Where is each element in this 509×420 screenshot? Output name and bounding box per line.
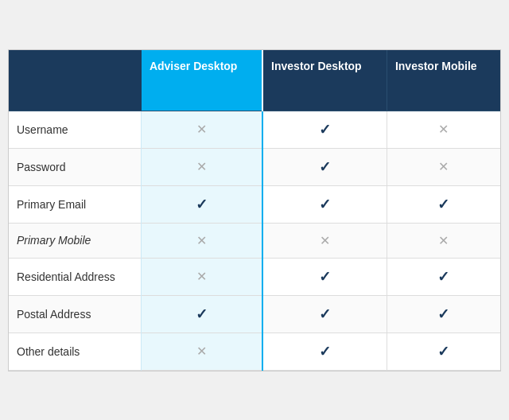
investor-mobile-cell: ✓	[387, 295, 500, 332]
comparison-table: Adviser Desktop Investor Desktop Investo…	[9, 50, 500, 371]
field-label: Username	[9, 111, 142, 148]
check-icon: ✓	[196, 306, 208, 322]
cross-icon: ✕	[438, 234, 449, 247]
table-row: Username✕✓✕	[9, 111, 500, 148]
check-icon: ✓	[437, 344, 449, 360]
cross-icon: ✕	[438, 160, 449, 173]
check-icon: ✓	[437, 269, 449, 285]
field-label: Residential Address	[9, 258, 142, 295]
check-icon: ✓	[319, 196, 331, 212]
field-label: Other details	[9, 332, 142, 370]
investor-desktop-cell: ✓	[262, 258, 387, 295]
cross-icon: ✕	[196, 122, 207, 136]
investor-mobile-cell: ✓	[387, 185, 500, 223]
check-icon: ✓	[319, 269, 331, 285]
field-label: Password	[9, 148, 142, 185]
investor-desktop-cell: ✓	[262, 148, 387, 185]
adviser-cell: ✓	[142, 295, 262, 332]
check-icon: ✓	[319, 122, 331, 138]
table-row: Residential Address✕✓✓	[9, 258, 500, 295]
subheader-investor-desktop-cell	[262, 82, 387, 111]
cross-icon: ✕	[196, 344, 207, 358]
field-label: Postal Address	[9, 295, 142, 332]
header-field-empty	[9, 50, 142, 82]
table-row: Primary Mobile✕✕✕	[9, 223, 500, 258]
cross-icon: ✕	[196, 270, 207, 283]
investor-desktop-cell: ✓	[262, 295, 387, 332]
table-row: Password✕✓✕	[9, 148, 500, 185]
investor-mobile-cell: ✕	[387, 148, 500, 185]
check-icon: ✓	[319, 159, 331, 175]
check-icon: ✓	[319, 344, 331, 360]
investor-desktop-cell: ✓	[262, 332, 387, 370]
comparison-table-wrapper: Adviser Desktop Investor Desktop Investo…	[8, 49, 501, 371]
check-icon: ✓	[437, 306, 449, 322]
investor-mobile-cell: ✕	[387, 111, 500, 148]
adviser-cell: ✕	[142, 111, 262, 148]
subheader-row: Field	[9, 82, 500, 111]
investor-desktop-cell: ✕	[262, 223, 387, 258]
subheader-field-label: Field	[9, 82, 142, 111]
cross-icon: ✕	[438, 122, 449, 136]
check-icon: ✓	[196, 196, 208, 212]
subheader-adviser-cell	[142, 82, 262, 111]
investor-desktop-cell: ✓	[262, 111, 387, 148]
header-adviser-desktop: Adviser Desktop	[142, 50, 262, 82]
table-row: Other details✕✓✓	[9, 332, 500, 370]
field-label: Primary Mobile	[9, 223, 142, 258]
header-row: Adviser Desktop Investor Desktop Investo…	[9, 50, 500, 82]
adviser-cell: ✕	[142, 148, 262, 185]
check-icon: ✓	[437, 196, 449, 212]
investor-mobile-cell: ✕	[387, 223, 500, 258]
cross-icon: ✕	[196, 160, 207, 173]
adviser-cell: ✕	[142, 258, 262, 295]
cross-icon: ✕	[320, 234, 330, 247]
investor-mobile-cell: ✓	[387, 332, 500, 370]
field-label: Primary Email	[9, 185, 142, 223]
header-investor-desktop: Investor Desktop	[262, 50, 387, 82]
table-body: Username✕✓✕Password✕✓✕Primary Email✓✓✓Pr…	[9, 111, 500, 370]
subheader-investor-mobile-cell	[387, 82, 500, 111]
check-icon: ✓	[319, 306, 331, 322]
header-investor-mobile: Investor Mobile	[387, 50, 500, 82]
adviser-cell: ✕	[142, 223, 262, 258]
table-row: Primary Email✓✓✓	[9, 185, 500, 223]
investor-desktop-cell: ✓	[262, 185, 387, 223]
adviser-cell: ✕	[142, 332, 262, 370]
cross-icon: ✕	[196, 234, 207, 247]
adviser-cell: ✓	[142, 185, 262, 223]
table-row: Postal Address✓✓✓	[9, 295, 500, 332]
investor-mobile-cell: ✓	[387, 258, 500, 295]
